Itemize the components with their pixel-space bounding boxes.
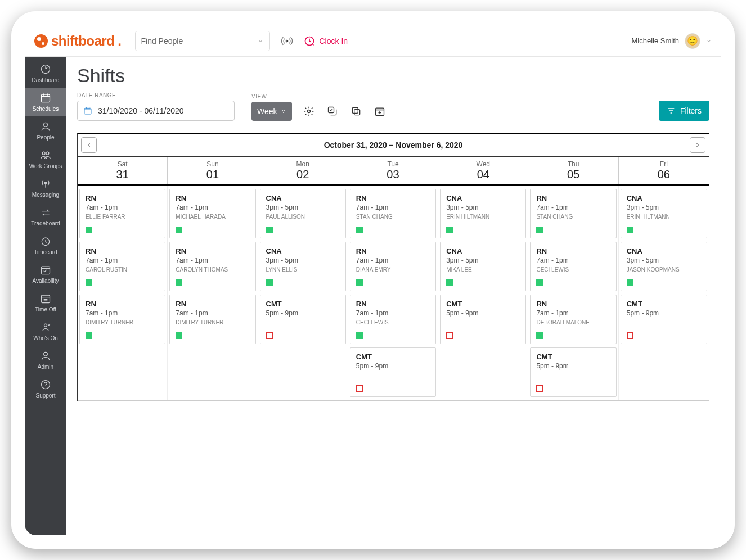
- chevron-down-icon: [257, 38, 264, 44]
- status-chip-green: [176, 332, 182, 339]
- brand-logo[interactable]: shiftboard.: [34, 33, 122, 49]
- brand-text: shiftboard: [51, 33, 114, 49]
- day-number: 06: [658, 168, 670, 180]
- sidebar-item-label: Support: [35, 392, 55, 399]
- messaging-icon: [40, 178, 51, 189]
- support-icon: [40, 379, 51, 390]
- status-chip-green: [86, 227, 92, 233]
- shift-card[interactable]: RN7am - 1pmDIMITRY TURNER: [169, 295, 255, 344]
- shift-time: 7am - 1pm: [536, 309, 610, 318]
- clock-in-button[interactable]: Clock In: [304, 35, 348, 47]
- shift-card[interactable]: CNA3pm - 5pmJASON KOOPMANS: [621, 242, 707, 291]
- status-chip-red: [627, 332, 633, 339]
- shift-card[interactable]: RN7am - 1pmDEBORAH MALONE: [530, 295, 616, 344]
- sidebar-item-dashboard[interactable]: Dashboard: [25, 59, 66, 88]
- settings-button[interactable]: [302, 105, 316, 118]
- add-shift-button[interactable]: [373, 105, 387, 118]
- prev-week-button[interactable]: [81, 137, 97, 153]
- timeoff-icon: [40, 293, 51, 304]
- shift-person: MIKA LEE: [446, 266, 520, 273]
- clock-icon: [304, 35, 315, 47]
- shift-card[interactable]: CNA3pm - 5pmLYNN ELLIS: [260, 242, 346, 291]
- day-number: 02: [296, 168, 309, 180]
- shift-person: CAROL RUSTIN: [86, 266, 159, 273]
- status-chip-green: [266, 227, 273, 233]
- shift-card[interactable]: RN7am - 1pmMICHAEL HARADA: [169, 189, 255, 238]
- sidebar-item-availability[interactable]: Availability: [25, 260, 66, 288]
- app-screen: shiftboard. Find People Clock In Michell…: [25, 25, 721, 535]
- find-people-select[interactable]: Find People: [135, 31, 270, 51]
- calendar: October 31, 2020 – November 6, 2020 Sat3…: [77, 133, 709, 401]
- shift-card[interactable]: RN7am - 1pmCECI LEWIS: [530, 242, 616, 291]
- shift-card[interactable]: CMT5pm - 9pm: [260, 295, 346, 344]
- shift-card[interactable]: RN7am - 1pmDIMITRY TURNER: [79, 295, 165, 344]
- view-label: VIEW: [251, 93, 387, 100]
- divider: [77, 127, 709, 127]
- day-number: 01: [206, 168, 219, 180]
- shift-time: 7am - 1pm: [356, 256, 430, 265]
- shift-card[interactable]: RN7am - 1pmELLIE FARRAR: [79, 189, 165, 238]
- sidebar-item-support[interactable]: Support: [25, 374, 66, 403]
- user-menu[interactable]: Michelle Smith 🙂: [631, 33, 712, 49]
- shift-role: RN: [356, 300, 430, 309]
- svg-point-13: [42, 381, 50, 389]
- sidebar-item-people[interactable]: People: [25, 116, 66, 145]
- shift-card[interactable]: CNA3pm - 5pmERIN HILTMANN: [440, 189, 526, 238]
- shift-time: 5pm - 9pm: [627, 309, 701, 318]
- timecard-icon: [40, 236, 51, 247]
- day-of-week: Sun: [168, 160, 257, 168]
- day-column: CNA3pm - 5pmERIN HILTMANNCNA3pm - 5pmMIK…: [438, 186, 528, 400]
- svg-rect-18: [352, 107, 358, 113]
- sidebar-item-schedules[interactable]: Schedules: [25, 88, 66, 116]
- filters-button[interactable]: Filters: [659, 101, 709, 121]
- shift-card[interactable]: CMT5pm - 9pm: [440, 295, 526, 344]
- find-people-placeholder: Find People: [141, 37, 183, 46]
- shift-card[interactable]: CMT5pm - 9pm: [621, 295, 707, 344]
- shift-time: 7am - 1pm: [356, 204, 430, 213]
- sidebar-item-tradeboard[interactable]: Tradeboard: [25, 202, 66, 231]
- shift-role: CNA: [627, 247, 701, 256]
- shift-card[interactable]: CNA3pm - 5pmPAUL ALLISON: [260, 189, 346, 238]
- sidebar-item-whoson[interactable]: Who's On: [25, 317, 66, 346]
- copy-button[interactable]: [349, 105, 363, 118]
- shift-person: LYNN ELLIS: [266, 266, 340, 273]
- shift-time: 5pm - 9pm: [266, 309, 340, 318]
- sort-icon: [281, 107, 286, 115]
- shift-card[interactable]: CMT5pm - 9pm: [350, 347, 436, 397]
- shift-card[interactable]: RN7am - 1pmCAROL RUSTIN: [79, 242, 165, 291]
- sidebar-item-admin[interactable]: Admin: [25, 346, 66, 374]
- shift-person: STAN CHANG: [356, 213, 430, 220]
- status-chip-green: [446, 279, 453, 286]
- svg-point-0: [286, 40, 287, 42]
- multi-select-button[interactable]: [326, 105, 339, 118]
- status-chip-green: [86, 332, 92, 339]
- shift-card[interactable]: RN7am - 1pmSTAN CHANG: [530, 189, 616, 238]
- day-number: 04: [477, 168, 489, 180]
- shift-card[interactable]: CNA3pm - 5pmMIKA LEE: [440, 242, 526, 291]
- view-select[interactable]: Week: [251, 102, 292, 121]
- calendar-icon: [83, 106, 92, 115]
- sidebar-item-label: Dashboard: [32, 77, 60, 83]
- shift-role: RN: [536, 300, 610, 309]
- sidebar-item-workgroups[interactable]: Work Groups: [25, 145, 66, 174]
- svg-rect-14: [84, 108, 91, 114]
- shift-card[interactable]: CMT5pm - 9pm: [530, 347, 616, 397]
- date-range-input[interactable]: 31/10/2020 - 06/11/2020: [77, 101, 235, 121]
- shift-time: 7am - 1pm: [536, 256, 610, 265]
- sidebar-item-timeoff[interactable]: Time Off: [25, 288, 66, 317]
- admin-icon: [40, 350, 51, 362]
- shift-time: 7am - 1pm: [86, 204, 159, 213]
- broadcast-icon[interactable]: [280, 34, 294, 48]
- shift-time: 5pm - 9pm: [536, 362, 610, 371]
- sidebar-item-messaging[interactable]: Messaging: [25, 174, 66, 202]
- shift-time: 3pm - 5pm: [627, 256, 701, 265]
- next-week-button[interactable]: [690, 137, 705, 153]
- shift-card[interactable]: RN7am - 1pmSTAN CHANG: [350, 189, 436, 238]
- shift-card[interactable]: RN7am - 1pmCECI LEWIS: [350, 295, 436, 344]
- filters-label: Filters: [680, 106, 702, 115]
- shift-card[interactable]: CNA3pm - 5pmERIN HILTMANN: [621, 189, 707, 238]
- shift-role: CMT: [627, 300, 701, 309]
- shift-card[interactable]: RN7am - 1pmDIANA EMRY: [350, 242, 436, 291]
- sidebar-item-timecard[interactable]: Timecard: [25, 231, 66, 260]
- shift-card[interactable]: RN7am - 1pmCAROLYN THOMAS: [169, 242, 255, 291]
